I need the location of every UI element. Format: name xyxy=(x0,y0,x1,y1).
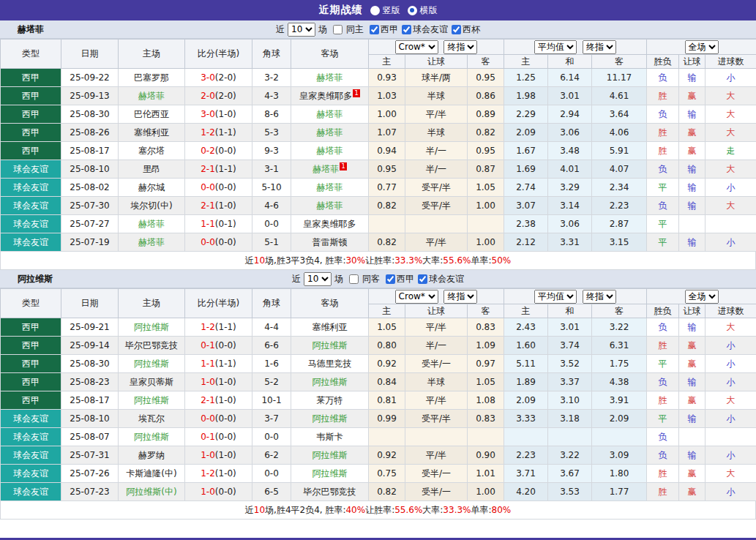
league-filter-group: 西甲球会友谊 xyxy=(383,273,465,285)
recent-count-select[interactable]: 10 xyxy=(304,272,332,286)
team-name: 阿拉维斯 xyxy=(312,377,348,387)
handicap-cell xyxy=(405,428,468,446)
half-time-score: (0-0) xyxy=(215,413,236,424)
match-type-cell: 西甲 xyxy=(1,391,61,410)
avg-type-select[interactable]: 平均值 xyxy=(534,40,577,54)
handicap-cell: 受平/半 xyxy=(405,410,468,428)
handicap-result-cell: 输 xyxy=(679,410,706,428)
score-cell: 2-1(1-0) xyxy=(185,391,252,410)
scope-select[interactable]: 全场 xyxy=(685,40,719,54)
away-odds-cell: 0.83 xyxy=(468,410,504,428)
team-name: 阿拉维斯 xyxy=(312,340,348,350)
layout-radio-horizontal[interactable]: 横版 xyxy=(408,4,438,17)
home-team: 塞维利亚 xyxy=(119,124,185,142)
team-name: 赫塔菲 xyxy=(138,219,165,229)
recent-count-select[interactable]: 10 xyxy=(288,23,315,37)
half-time-score: (1-1) xyxy=(215,322,236,332)
recent-label: 近 xyxy=(292,273,301,285)
table-row: 球会友谊25-07-27赫塔菲1-1(0-1)0-0皇家奥维耶多2.383.06… xyxy=(1,215,756,233)
away-odds-cell: 1.00 xyxy=(468,233,504,252)
filter-league-checkbox[interactable] xyxy=(386,274,395,284)
match-date: 25-08-26 xyxy=(61,124,119,142)
sub-header-avg-draw: 和 xyxy=(548,304,592,318)
radio-checked-icon[interactable] xyxy=(408,6,417,15)
score-cell: 3-0(2-0) xyxy=(185,69,252,87)
corners-cell: 0-0 xyxy=(252,215,291,233)
full-time-score: 1-0 xyxy=(201,450,215,460)
handicap-result-cell: 输 xyxy=(679,318,706,337)
sub-header-home-odds: 主 xyxy=(369,304,405,318)
avg-stage-select[interactable]: 终指 xyxy=(583,290,616,304)
goals-result-cell: 大 xyxy=(706,87,756,105)
handicap-cell: 半球 xyxy=(405,87,468,105)
table-row: 球会友谊25-07-31赫罗纳1-0(1-0)6-2阿拉维斯0.92平/半0.9… xyxy=(1,446,756,465)
odds-group-header: Crow* 终指 xyxy=(369,40,504,55)
corners-cell: 0-0 xyxy=(252,465,291,483)
handicap-cell: 平/半 xyxy=(405,391,468,410)
summary-text: 10 xyxy=(254,255,265,266)
match-date: 25-08-02 xyxy=(61,179,119,197)
same-venue-checkbox[interactable] xyxy=(333,25,343,34)
filter-league-label: 西杯 xyxy=(463,24,480,34)
half-time-score: (1-0) xyxy=(215,377,236,387)
filter-league-checkbox[interactable] xyxy=(370,25,379,34)
results-table-getafe: 类型 日期 主场 比分(半场) 角球 客场 Crow* 终指 平均值 终指 全场 xyxy=(0,39,756,252)
odds-stage-select[interactable]: 终指 xyxy=(444,40,477,54)
filter-league-checkbox[interactable] xyxy=(402,25,411,34)
avg-home-cell: 1.25 xyxy=(504,69,548,87)
match-date: 25-08-10 xyxy=(61,160,119,179)
away-team: 毕尔巴鄂竞技 xyxy=(291,483,369,501)
col-header-home: 主场 xyxy=(119,40,185,69)
wdl-result-cell: 平 xyxy=(647,179,679,197)
goals-result-cell: 小 xyxy=(706,233,756,252)
handicap-cell: 半/一 xyxy=(405,337,468,355)
home-odds-cell: 0.80 xyxy=(369,337,405,355)
wdl-result-cell: 负 xyxy=(647,446,679,465)
handicap-result-cell: 赢 xyxy=(679,483,706,501)
home-odds-cell: 1.03 xyxy=(369,87,405,105)
match-date: 25-08-30 xyxy=(61,355,119,373)
filter-league-checkbox[interactable] xyxy=(452,25,461,34)
scope-select[interactable]: 全场 xyxy=(685,290,719,304)
goals-result-cell: 小 xyxy=(706,179,756,197)
score-cell: 1-2(1-0) xyxy=(185,465,252,483)
recent-results-panel: 近期战绩 竖版 横版 赫塔菲 近 10 场 同主 西甲球会友谊西杯 xyxy=(0,0,756,540)
full-time-score: 0-1 xyxy=(201,432,215,442)
match-date: 25-08-07 xyxy=(61,428,119,446)
team-name: 皇家奥维耶多 xyxy=(304,219,356,229)
team-name: 赫塔菲 xyxy=(138,237,165,247)
home-odds-cell: 0.93 xyxy=(369,69,405,87)
page-title: 近期战绩 xyxy=(319,4,363,17)
full-time-score: 2-1 xyxy=(201,395,215,405)
corners-cell: 6-2 xyxy=(252,446,291,465)
match-date: 25-08-10 xyxy=(61,410,119,428)
handicap-cell: 受平/半 xyxy=(405,197,468,215)
home-team: 卡斯迪隆(中) xyxy=(119,465,185,483)
sub-header-wdl: 胜负 xyxy=(647,304,679,318)
avg-away-cell: 11.17 xyxy=(592,69,647,87)
same-venue-checkbox[interactable] xyxy=(349,274,359,284)
avg-stage-select[interactable]: 终指 xyxy=(583,40,616,54)
filter-league-checkbox[interactable] xyxy=(418,274,427,284)
away-team: 莱万特 xyxy=(291,391,369,410)
radio-icon[interactable] xyxy=(370,6,380,15)
odds-group-header: Crow* 终指 xyxy=(369,289,504,304)
avg-type-select[interactable]: 平均值 xyxy=(534,290,577,304)
odds-stage-select[interactable]: 终指 xyxy=(444,290,477,304)
odds-company-select[interactable]: Crow* xyxy=(395,40,438,54)
handicap-result-cell: 赢 xyxy=(679,465,706,483)
table-row: 西甲25-08-30阿拉维斯1-1(1-1)1-6马德里竞技0.92受半/一0.… xyxy=(1,355,756,373)
score-cell: 2-1(1-0) xyxy=(185,197,252,215)
away-team: 赫塔菲 xyxy=(291,142,369,160)
layout-radio-vertical[interactable]: 竖版 xyxy=(370,4,400,17)
handicap-cell: 球半/两 xyxy=(405,69,468,87)
goals-result-cell: 小 xyxy=(706,373,756,391)
topbar: 近期战绩 竖版 横版 xyxy=(0,0,756,20)
summary-text: 33.3% xyxy=(443,505,471,515)
corners-cell: 5-2 xyxy=(252,373,291,391)
league-filter-group: 西甲球会友谊西杯 xyxy=(367,23,481,36)
corners-cell: 10-1 xyxy=(252,391,291,410)
avg-away-cell xyxy=(592,428,647,446)
avg-away-cell: 3.22 xyxy=(592,318,647,337)
odds-company-select[interactable]: Crow* xyxy=(395,290,438,304)
